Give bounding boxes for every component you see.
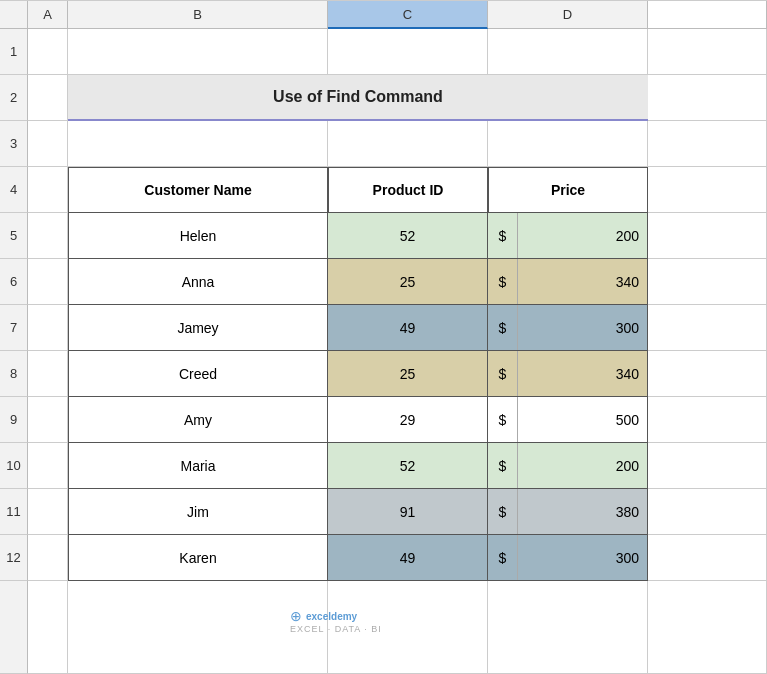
cell-name-10[interactable]: Maria xyxy=(68,443,328,489)
cell-e4 xyxy=(648,167,767,213)
row-header-3: 3 xyxy=(0,121,28,167)
row-header-7: 7 xyxy=(0,305,28,351)
value-11: 380 xyxy=(518,504,647,520)
cell-c1[interactable] xyxy=(328,29,488,75)
cell-e11 xyxy=(648,489,767,535)
cell-pid-8[interactable]: 25 xyxy=(328,351,488,397)
cell-e10 xyxy=(648,443,767,489)
cell-price-8[interactable]: $ 340 xyxy=(488,351,648,397)
cell-a9[interactable] xyxy=(28,397,68,443)
cell-pid-6[interactable]: 25 xyxy=(328,259,488,305)
value-10: 200 xyxy=(518,458,647,474)
cell-price-9[interactable]: $ 500 xyxy=(488,397,648,443)
cell-c3[interactable] xyxy=(328,121,488,167)
cell-e12 xyxy=(648,535,767,581)
cell-b3[interactable] xyxy=(68,121,328,167)
col-header-pid: Product ID xyxy=(328,167,488,213)
cell-price-11[interactable]: $ 380 xyxy=(488,489,648,535)
row-header-5: 5 xyxy=(0,213,28,259)
row-header-12: 12 xyxy=(0,535,28,581)
cell-d3[interactable] xyxy=(488,121,648,167)
row-header-6: 6 xyxy=(0,259,28,305)
cell-e3 xyxy=(648,121,767,167)
col-header-price: Price xyxy=(488,167,648,213)
cell-e7 xyxy=(648,305,767,351)
cell-a4[interactable] xyxy=(28,167,68,213)
cell-e1 xyxy=(648,29,767,75)
dollar-5: $ xyxy=(488,213,518,258)
cell-a8[interactable] xyxy=(28,351,68,397)
value-12: 300 xyxy=(518,550,647,566)
value-8: 340 xyxy=(518,366,647,382)
row-header-8: 8 xyxy=(0,351,28,397)
row-header-2: 2 xyxy=(0,75,28,121)
cell-b1[interactable] xyxy=(68,29,328,75)
cell-a1[interactable] xyxy=(28,29,68,75)
cell-name-7[interactable]: Jamey xyxy=(68,305,328,351)
cell-a6[interactable] xyxy=(28,259,68,305)
cell-pid-7[interactable]: 49 xyxy=(328,305,488,351)
cell-a2[interactable] xyxy=(28,75,68,121)
cell-pid-12[interactable]: 49 xyxy=(328,535,488,581)
dollar-7: $ xyxy=(488,305,518,350)
cell-price-5[interactable]: $ 200 xyxy=(488,213,648,259)
watermark: ⊕ exceldemy EXCEL · DATA · BI xyxy=(290,608,382,634)
cell-name-8[interactable]: Creed xyxy=(68,351,328,397)
col-header-name: Customer Name xyxy=(68,167,328,213)
dollar-11: $ xyxy=(488,489,518,534)
value-9: 500 xyxy=(518,412,647,428)
corner-cell xyxy=(0,1,28,29)
cell-b-extra xyxy=(68,581,328,674)
cell-price-6[interactable]: $ 340 xyxy=(488,259,648,305)
cell-a7[interactable] xyxy=(28,305,68,351)
cell-price-12[interactable]: $ 300 xyxy=(488,535,648,581)
cell-name-5[interactable]: Helen xyxy=(68,213,328,259)
row-header-11: 11 xyxy=(0,489,28,535)
value-6: 340 xyxy=(518,274,647,290)
dollar-6: $ xyxy=(488,259,518,304)
cell-a5[interactable] xyxy=(28,213,68,259)
cell-pid-11[interactable]: 91 xyxy=(328,489,488,535)
row-header-9: 9 xyxy=(0,397,28,443)
dollar-9: $ xyxy=(488,397,518,442)
cell-a11[interactable] xyxy=(28,489,68,535)
cell-price-10[interactable]: $ 200 xyxy=(488,443,648,489)
dollar-12: $ xyxy=(488,535,518,580)
cell-a-extra xyxy=(28,581,68,674)
row-header-extra xyxy=(0,581,28,674)
cell-e-extra xyxy=(648,581,767,674)
cell-pid-10[interactable]: 52 xyxy=(328,443,488,489)
cell-name-12[interactable]: Karen xyxy=(68,535,328,581)
title-cell: Use of Find Command xyxy=(68,75,648,121)
cell-e8 xyxy=(648,351,767,397)
dollar-10: $ xyxy=(488,443,518,488)
dollar-8: $ xyxy=(488,351,518,396)
cell-pid-9[interactable]: 29 xyxy=(328,397,488,443)
cell-name-11[interactable]: Jim xyxy=(68,489,328,535)
cell-d-extra xyxy=(488,581,648,674)
cell-price-7[interactable]: $ 300 xyxy=(488,305,648,351)
cell-e9 xyxy=(648,397,767,443)
cell-a12[interactable] xyxy=(28,535,68,581)
cell-e6 xyxy=(648,259,767,305)
value-5: 200 xyxy=(518,228,647,244)
cell-e2 xyxy=(648,75,767,121)
row-header-10: 10 xyxy=(0,443,28,489)
col-header-extra xyxy=(648,1,767,29)
cell-pid-5[interactable]: 52 xyxy=(328,213,488,259)
cell-a3[interactable] xyxy=(28,121,68,167)
col-header-d: D xyxy=(488,1,648,29)
row-header-4: 4 xyxy=(0,167,28,213)
cell-name-6[interactable]: Anna xyxy=(68,259,328,305)
cell-d1[interactable] xyxy=(488,29,648,75)
row-header-1: 1 xyxy=(0,29,28,75)
cell-a10[interactable] xyxy=(28,443,68,489)
cell-e5 xyxy=(648,213,767,259)
cell-name-9[interactable]: Amy xyxy=(68,397,328,443)
col-header-c: C xyxy=(328,1,488,29)
col-header-a: A xyxy=(28,1,68,29)
value-7: 300 xyxy=(518,320,647,336)
col-header-b: B xyxy=(68,1,328,29)
